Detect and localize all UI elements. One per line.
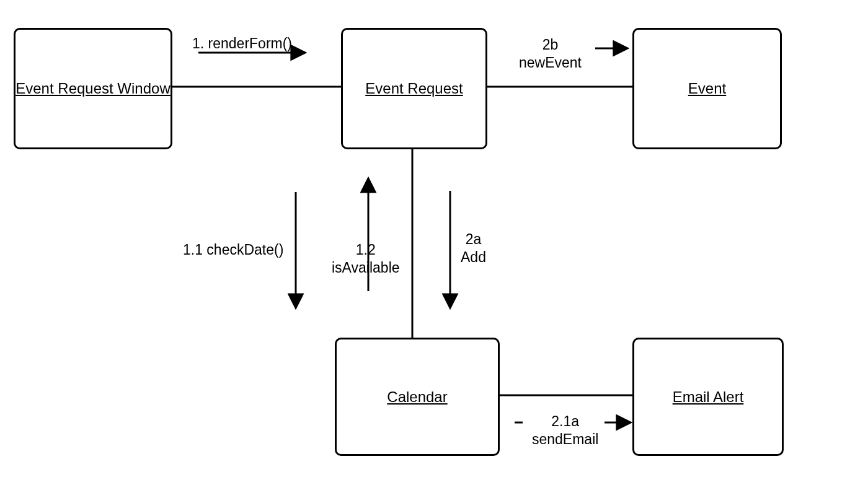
node-label: Calendar: [387, 388, 447, 406]
label-render-form: 1. renderForm(): [192, 35, 292, 53]
node-label: Event: [688, 79, 726, 98]
node-label: Email Alert: [673, 388, 744, 406]
node-event-request-window: Event Request Window: [14, 28, 172, 149]
label-send-email: 2.1a sendEmail: [532, 413, 598, 449]
node-event: Event: [632, 28, 782, 149]
label-add: 2a Add: [461, 230, 486, 266]
node-email-alert: Email Alert: [632, 338, 784, 456]
node-label: Event Request: [365, 79, 463, 98]
label-is-available: 1.2 isAvailable: [332, 241, 400, 277]
node-label: Event Request Window: [16, 79, 170, 98]
node-event-request: Event Request: [341, 28, 487, 149]
label-check-date: 1.1 checkDate(): [183, 241, 283, 259]
node-calendar: Calendar: [335, 338, 500, 456]
label-new-event: 2b newEvent: [519, 36, 582, 72]
